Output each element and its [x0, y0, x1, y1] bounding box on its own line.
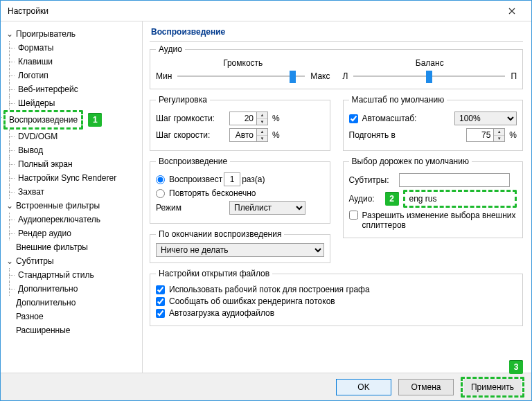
- on-end-select[interactable]: Ничего не делать: [156, 243, 324, 257]
- collapse-icon[interactable]: ⌄: [6, 199, 13, 213]
- tree-item[interactable]: Логотип: [16, 69, 142, 82]
- tree-node-filters-external[interactable]: Внешние фильтры: [6, 240, 142, 254]
- tree-node-filters-builtin[interactable]: ⌄Встроенные фильтры Аудиопереключатель Р…: [6, 199, 142, 240]
- apply-button[interactable]: Применить: [464, 379, 521, 395]
- close-icon: [508, 8, 515, 15]
- tree-item[interactable]: Разное: [6, 310, 142, 323]
- autoscale-select[interactable]: 100%: [454, 112, 517, 125]
- volume-label: Громкость: [156, 58, 330, 68]
- allow-external-check[interactable]: Разрешить изменение выбора внешних сплит…: [349, 211, 517, 230]
- fit-spinner[interactable]: ▲▼: [466, 128, 505, 142]
- balance-slider[interactable]: [353, 69, 505, 83]
- spin-up-icon[interactable]: ▲: [494, 129, 504, 136]
- ok-button[interactable]: OK: [336, 379, 391, 395]
- spin-down-icon[interactable]: ▼: [494, 136, 504, 142]
- audio-tracks-input[interactable]: [407, 192, 514, 206]
- open-opt1-check[interactable]: Использовать рабочий поток для построени…: [156, 285, 517, 294]
- settings-tree[interactable]: ⌄Проигрыватель Форматы Клавиши Логотип В…: [1, 21, 143, 373]
- volume-step-spinner[interactable]: ▲▼: [229, 112, 268, 125]
- tree-item[interactable]: Рендер аудио: [16, 226, 142, 240]
- tree-item[interactable]: Дополнительно: [16, 282, 142, 296]
- tree-item[interactable]: Веб-интерфейс: [16, 82, 142, 96]
- group-regulate: Регулировка Шаг громкости: ▲▼ % Шаг скор…: [150, 95, 330, 151]
- spin-down-icon[interactable]: ▼: [257, 119, 267, 125]
- close-button[interactable]: [498, 1, 526, 21]
- spin-up-icon[interactable]: ▲: [257, 112, 267, 119]
- tree-node-subtitles[interactable]: ⌄Субтитры Стандартный стиль Дополнительн…: [6, 254, 142, 296]
- settings-panel: Воспроизведение Аудио Громкость Мин Макс…: [143, 21, 531, 373]
- tree-item[interactable]: Аудиопереключатель: [16, 213, 142, 226]
- collapse-icon[interactable]: ⌄: [6, 254, 13, 268]
- tree-item[interactable]: Стандартный стиль: [16, 268, 142, 282]
- panel-header: Воспроизведение: [150, 26, 523, 42]
- tree-item[interactable]: Вывод: [16, 143, 142, 157]
- tree-item[interactable]: Дополнительно: [6, 296, 142, 310]
- mode-select[interactable]: Плейлист: [229, 201, 305, 215]
- tree-item[interactable]: Полный экран: [16, 157, 142, 171]
- subtitles-input[interactable]: [399, 173, 510, 187]
- titlebar: Настройки: [1, 1, 531, 21]
- annotation-3: 3: [509, 360, 523, 374]
- spin-up-icon[interactable]: ▲: [257, 129, 267, 136]
- tree-item[interactable]: Клавиши: [16, 55, 142, 69]
- cancel-button[interactable]: Отмена: [398, 379, 454, 395]
- group-tracks: Выбор дорожек по умолчанию Субтитры: Ауд…: [343, 157, 524, 238]
- group-playback: Воспроизведение Воспроизвест раз(а) Повт…: [150, 157, 330, 224]
- annotation-1: 1: [88, 113, 102, 127]
- volume-slider[interactable]: [177, 69, 305, 83]
- window-title: Настройки: [8, 6, 48, 16]
- tree-item[interactable]: Шейдеры: [16, 96, 142, 110]
- tree-item[interactable]: Настройки Sync Renderer: [16, 171, 142, 185]
- collapse-icon[interactable]: ⌄: [6, 27, 13, 41]
- group-open-files: Настройки открытия файлов Использовать р…: [150, 269, 523, 326]
- tree-node-player[interactable]: ⌄Проигрыватель Форматы Клавиши Логотип В…: [6, 27, 142, 199]
- play-times-radio[interactable]: Воспроизвест раз(а): [156, 172, 324, 186]
- annotation-2: 2: [385, 192, 399, 206]
- speed-step-spinner[interactable]: ▲▼: [229, 128, 268, 142]
- tree-item[interactable]: Расширенные: [6, 323, 142, 337]
- tree-item[interactable]: Форматы: [16, 41, 142, 55]
- spin-down-icon[interactable]: ▼: [257, 136, 267, 142]
- autoscale-check[interactable]: Автомасштаб:: [349, 114, 417, 123]
- repeat-radio[interactable]: Повторять бесконечно: [156, 188, 324, 198]
- tree-item[interactable]: DVD/OGM: [16, 130, 142, 143]
- open-opt2-check[interactable]: Сообщать об ошибках рендеринга потоков: [156, 296, 517, 306]
- balance-label: Баланс: [343, 58, 517, 68]
- group-scale: Масштаб по умолчанию Автомасштаб: 100% П…: [343, 95, 524, 151]
- group-on-end: По окончании воспроизведения Ничего не д…: [150, 229, 330, 263]
- tree-item[interactable]: Захват: [16, 185, 142, 199]
- play-count-input[interactable]: [224, 172, 240, 186]
- dialog-footer: OK Отмена 3 Применить: [1, 373, 531, 400]
- open-opt3-check[interactable]: Автозагрузка аудиофайлов: [156, 308, 517, 318]
- tree-item-playback[interactable]: Воспроизведение 1: [3, 110, 130, 130]
- group-audio: Аудио Громкость Мин Макс Баланс Л: [150, 44, 523, 89]
